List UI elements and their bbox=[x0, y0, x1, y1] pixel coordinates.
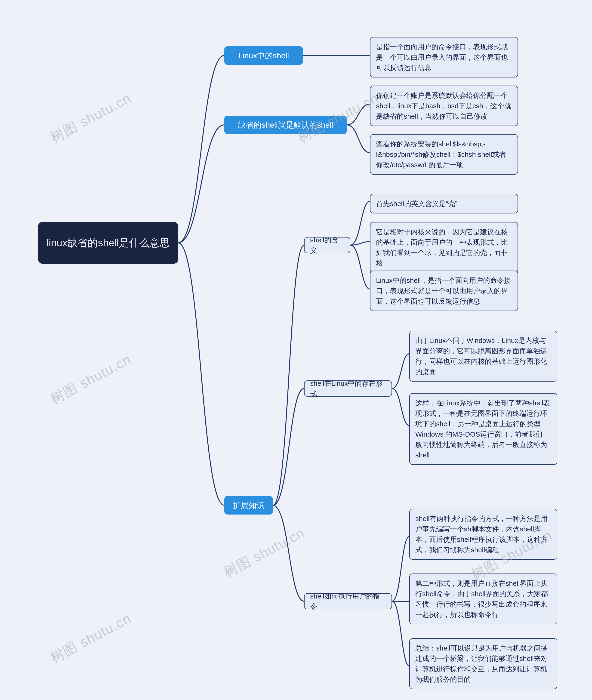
watermark: 树图 shutu.cn bbox=[47, 89, 135, 147]
leaf-text: 这样，在Linux系统中，就出现了两种shell表现形式，一种是在无图界面下的终… bbox=[415, 398, 551, 460]
subbranch-label: shell在Linux中的存在形式 bbox=[310, 378, 386, 399]
subbranch-label: shell的含义 bbox=[310, 235, 344, 255]
leaf-exec-3[interactable]: 总结：shell可以说只是为用户与机器之间搭建成的一个桥梁，让我们能够通过she… bbox=[409, 638, 557, 689]
leaf-text: 它是相对于内核来说的，因为它是建议在核的基础上，面向于用户的一种表现形式，比如我… bbox=[376, 227, 512, 268]
subbranch-shell-meaning[interactable]: shell的含义 bbox=[304, 237, 350, 253]
watermark: 树图 shutu.cn bbox=[47, 609, 135, 668]
leaf-text: Linux中的shell，是指一个面向用户的命令接口，表现形式就是一个可以由用户… bbox=[376, 275, 512, 306]
subbranch-shell-exec[interactable]: shell如何执行用户的指令 bbox=[304, 593, 392, 609]
leaf-text: 第二种形式，则是用户直接在shell界面上执行shell命令，由于shell界面… bbox=[415, 578, 551, 620]
leaf-text: 你创建一个账户是系统默认会给你分配一个shell，linux下是bash，bsd… bbox=[376, 90, 512, 121]
branch-label: Linux中的shell bbox=[238, 50, 289, 61]
leaf-text: 查看你的系统安装的shell$ls&nbsp;-l&nbsp;/bin/*sh修… bbox=[376, 139, 512, 170]
branch-linux-shell[interactable]: Linux中的shell bbox=[224, 46, 303, 65]
branch-label: 缺省的shell就是默认的shell bbox=[238, 119, 333, 131]
leaf-meaning-3[interactable]: Linux中的shell，是指一个面向用户的命令接口，表现形式就是一个可以由用户… bbox=[370, 270, 518, 311]
leaf-exec-1[interactable]: shell有两种执行指令的方式，一种方法是用户事先编写一个sh脚本文件，内含sh… bbox=[409, 509, 557, 560]
subbranch-label: shell如何执行用户的指令 bbox=[310, 591, 386, 612]
branch-label: 扩展知识 bbox=[233, 500, 264, 511]
leaf-text: 由于Linux不同于Windows，Linux是内核与界面分离的，它可以脱离图形… bbox=[415, 335, 551, 377]
watermark: 树图 shutu.cn bbox=[47, 350, 135, 409]
leaf-form-1[interactable]: 由于Linux不同于Windows，Linux是内核与界面分离的，它可以脱离图形… bbox=[409, 331, 557, 382]
leaf-text: 是指一个面向用户的命令接口，表现形式就是一个可以由用户录入的界面，这个界面也可以… bbox=[376, 42, 512, 73]
leaf-exec-2[interactable]: 第二种形式，则是用户直接在shell界面上执行shell命令，由于shell界面… bbox=[409, 573, 557, 624]
leaf-linux-shell-desc[interactable]: 是指一个面向用户的命令接口，表现形式就是一个可以由用户录入的界面，这个界面也可以… bbox=[370, 37, 518, 78]
leaf-text: 总结：shell可以说只是为用户与机器之间搭建成的一个桥梁，让我们能够通过she… bbox=[415, 643, 551, 685]
subbranch-shell-form[interactable]: shell在Linux中的存在形式 bbox=[304, 381, 392, 397]
leaf-text: shell有两种执行指令的方式，一种方法是用户事先编写一个sh脚本文件，内含sh… bbox=[415, 513, 551, 555]
branch-default-shell[interactable]: 缺省的shell就是默认的shell bbox=[224, 116, 347, 134]
leaf-meaning-1[interactable]: 首先shell的英文含义是“壳” bbox=[370, 194, 518, 213]
mindmap-canvas: linux缺省的shell是什么意思 Linux中的shell 缺省的shell… bbox=[0, 0, 592, 700]
leaf-default-shell-2[interactable]: 查看你的系统安装的shell$ls&nbsp;-l&nbsp;/bin/*sh修… bbox=[370, 134, 518, 174]
leaf-form-2[interactable]: 这样，在Linux系统中，就出现了两种shell表现形式，一种是在无图界面下的终… bbox=[409, 393, 557, 465]
root-node[interactable]: linux缺省的shell是什么意思 bbox=[38, 222, 178, 264]
root-label: linux缺省的shell是什么意思 bbox=[47, 235, 170, 250]
branch-extended-knowledge[interactable]: 扩展知识 bbox=[224, 496, 273, 514]
leaf-text: 首先shell的英文含义是“壳” bbox=[376, 198, 457, 209]
leaf-default-shell-1[interactable]: 你创建一个账户是系统默认会给你分配一个shell，linux下是bash，bsd… bbox=[370, 86, 518, 126]
leaf-meaning-2[interactable]: 它是相对于内核来说的，因为它是建议在核的基础上，面向于用户的一种表现形式，比如我… bbox=[370, 222, 518, 273]
watermark: 树图 shutu.cn bbox=[220, 523, 308, 582]
